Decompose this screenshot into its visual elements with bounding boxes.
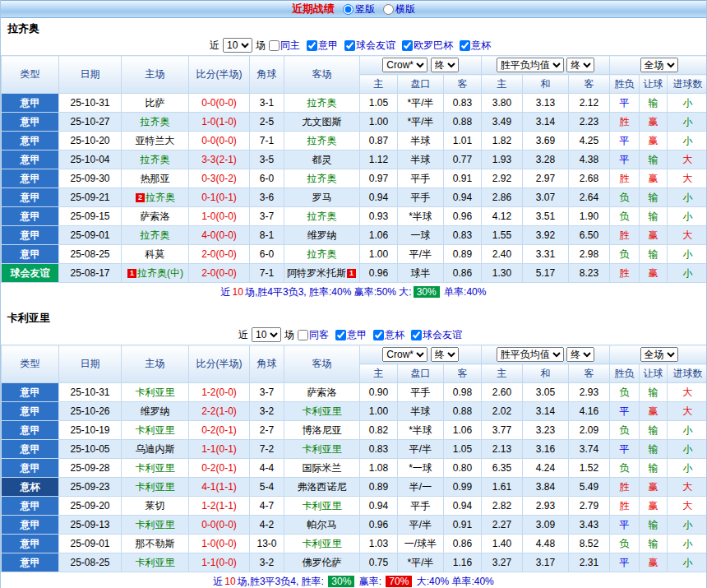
checkbox[interactable]	[344, 40, 355, 51]
team-name[interactable]: 拉齐奥	[307, 211, 337, 222]
team-name[interactable]: 萨索洛	[307, 387, 337, 398]
team-name[interactable]: 拉齐奥	[307, 97, 337, 109]
filter-checkbox-意甲[interactable]: 意甲	[335, 328, 367, 342]
euro-draw-odds: 3.31	[523, 245, 569, 264]
team-name[interactable]: 国际米兰	[303, 462, 342, 474]
recent-count-select[interactable]: 10	[252, 327, 281, 342]
checkbox[interactable]	[298, 330, 308, 340]
team-name[interactable]: 卡利亚里	[136, 519, 175, 530]
vertical-layout-radio[interactable]	[343, 4, 354, 15]
wdl-average-select[interactable]: 胜平负均值	[497, 347, 564, 362]
team-name[interactable]: 拉齐奥	[146, 192, 175, 203]
team-name[interactable]: 拉齐奥	[141, 229, 170, 241]
filter-checkbox-欧罗巴杯[interactable]: 欧罗巴杯	[402, 39, 453, 53]
team-name[interactable]: 那不勒斯	[136, 538, 175, 549]
match-score[interactable]: 2-0(0-0)	[189, 264, 250, 283]
match-score[interactable]: 1-0(0-0)	[189, 535, 250, 553]
match-score[interactable]: 4-1(1-1)	[189, 478, 250, 497]
match-score[interactable]: 3-3(2-1)	[189, 150, 250, 169]
team-name[interactable]: 博洛尼亚	[303, 424, 342, 436]
match-score[interactable]: 1-0(1-0)	[189, 113, 250, 132]
team-name[interactable]: 科莫	[146, 248, 165, 260]
team-name[interactable]: 卡利亚里	[136, 462, 175, 474]
filter-checkbox-意杯[interactable]: 意杯	[460, 39, 491, 53]
match-score[interactable]: 2-2(1-0)	[189, 402, 250, 421]
checkbox[interactable]	[307, 40, 317, 51]
filter-checkbox-同客[interactable]: 同客	[298, 328, 329, 342]
odds-time-select[interactable]: 终	[431, 58, 459, 72]
filter-checkbox-同主[interactable]: 同主	[269, 39, 300, 53]
euro-home-odds: 3.77	[482, 421, 523, 440]
filter-checkbox-球会友谊[interactable]: 球会友谊	[411, 328, 462, 342]
wdl-time-select[interactable]: 终	[566, 347, 594, 362]
match-score[interactable]: 0-2(0-1)	[189, 421, 250, 440]
team-name[interactable]: 亚特兰大	[136, 135, 175, 146]
match-score[interactable]: 1-1(0-1)	[189, 440, 250, 459]
checkbox[interactable]	[373, 330, 384, 340]
team-name[interactable]: 尤文图斯	[303, 116, 342, 127]
checkbox[interactable]	[411, 330, 422, 340]
team-name[interactable]: 卡利亚里	[303, 500, 342, 512]
team-name[interactable]: 卡利亚里	[136, 387, 175, 398]
team-name[interactable]: 卡利亚里	[136, 557, 175, 568]
team-name[interactable]: 拉齐奥(中)	[137, 267, 183, 279]
horizontal-layout-radio[interactable]	[383, 4, 394, 15]
match-result: 负	[610, 383, 640, 402]
team-name[interactable]: 弗洛西诺尼	[298, 481, 347, 493]
recent-count-select[interactable]: 10	[223, 38, 252, 53]
team-name[interactable]: 卡利亚里	[136, 481, 175, 493]
team-name[interactable]: 卡利亚里	[303, 405, 342, 417]
team-name[interactable]: 乌迪内斯	[136, 443, 175, 455]
match-score[interactable]: 0-0(0-0)	[189, 516, 250, 535]
match-score[interactable]: 1-2(0-0)	[189, 383, 250, 402]
team-name[interactable]: 拉齐奥	[307, 135, 337, 146]
match-score[interactable]: 1-0(0-0)	[189, 207, 250, 226]
checkbox[interactable]	[335, 330, 346, 340]
layout-option-horizontal[interactable]: 横版	[383, 2, 415, 16]
filter-checkbox-球会友谊[interactable]: 球会友谊	[344, 39, 395, 53]
team-name[interactable]: 维罗纳	[307, 229, 337, 241]
checkbox[interactable]	[402, 40, 413, 51]
odds-time-select[interactable]: 终	[431, 347, 459, 362]
match-score[interactable]: 1-2(1-1)	[189, 497, 250, 516]
team-name[interactable]: 拉齐奥	[141, 116, 170, 127]
asian-home-odds: 1.08	[360, 459, 398, 478]
team-name[interactable]: 都灵	[312, 154, 332, 165]
euro-draw-odds: 3.14	[523, 113, 569, 132]
match-score[interactable]: 0-0(0-0)	[189, 94, 250, 113]
team-name[interactable]: 卡利亚里	[136, 424, 175, 436]
team-name[interactable]: 帕尔马	[307, 519, 337, 530]
match-score[interactable]: 0-0(0-0)	[189, 132, 250, 150]
scope-select[interactable]: 全场	[640, 58, 678, 72]
team-name[interactable]: 佛罗伦萨	[303, 557, 342, 568]
team-name[interactable]: 拉齐奥	[307, 173, 337, 184]
layout-option-vertical[interactable]: 竖版	[343, 2, 375, 16]
corner-score: 6-0	[250, 245, 284, 264]
match-score[interactable]: 1-1(0-0)	[189, 553, 250, 572]
team-name[interactable]: 拉齐奥	[307, 248, 337, 260]
match-score[interactable]: 0-3(0-2)	[189, 169, 250, 188]
odds-company-select[interactable]: Crow*	[382, 58, 427, 72]
checkbox[interactable]	[269, 40, 280, 51]
team-name[interactable]: 比萨	[146, 97, 165, 109]
team-name[interactable]: 罗马	[312, 192, 332, 203]
filter-checkbox-意甲[interactable]: 意甲	[307, 39, 338, 53]
match-score[interactable]: 2-0(0-0)	[189, 245, 250, 264]
match-score[interactable]: 0-1(0-1)	[189, 188, 250, 207]
team-name[interactable]: 卡利亚里	[303, 443, 342, 455]
team-name[interactable]: 热那亚	[141, 173, 170, 184]
team-name[interactable]: 阿特罗米托斯	[287, 267, 346, 279]
team-name[interactable]: 莱切	[146, 500, 165, 512]
filter-checkbox-意杯[interactable]: 意杯	[373, 328, 404, 342]
team-name[interactable]: 拉齐奥	[141, 154, 170, 165]
checkbox[interactable]	[460, 40, 470, 51]
team-name[interactable]: 卡利亚里	[303, 538, 342, 549]
wdl-time-select[interactable]: 终	[566, 58, 594, 72]
scope-select[interactable]: 全场	[640, 347, 678, 362]
team-name[interactable]: 萨索洛	[141, 211, 170, 222]
odds-company-select[interactable]: Crow*	[382, 347, 427, 362]
team-name[interactable]: 维罗纳	[141, 405, 170, 417]
match-score[interactable]: 0-2(0-1)	[189, 459, 250, 478]
match-score[interactable]: 4-0(0-0)	[189, 226, 250, 245]
wdl-average-select[interactable]: 胜平负均值	[497, 58, 564, 72]
